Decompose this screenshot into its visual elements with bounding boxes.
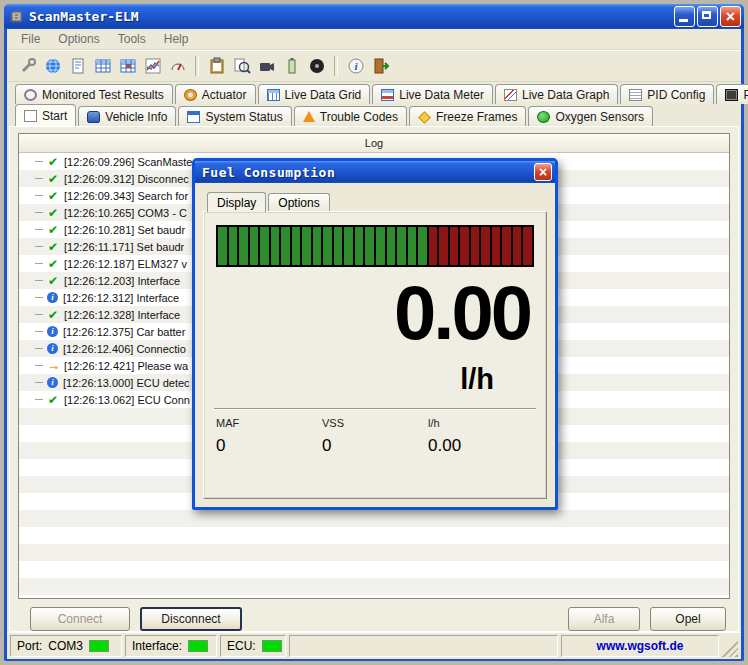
tab-trouble-codes[interactable]: Trouble Codes <box>294 106 407 126</box>
tab-label: Vehicle Info <box>105 110 167 124</box>
info-icon: i <box>47 343 58 354</box>
dialog-body: Display Options 0.00 l/h MAF 0 VSS 0 <box>195 183 555 507</box>
gauge-segment-red <box>439 227 448 265</box>
tab-display[interactable]: Display <box>207 192 266 212</box>
app-chip-icon <box>9 9 24 24</box>
gauge-segment-green <box>239 227 248 265</box>
port-value: COM3 <box>48 639 83 653</box>
tab-label: Live Data Meter <box>399 88 484 102</box>
tab-label: Live Data Graph <box>522 88 609 102</box>
menu-tools[interactable]: Tools <box>110 30 154 48</box>
readouts: MAF 0 VSS 0 l/h 0.00 <box>204 410 546 456</box>
close-button[interactable] <box>720 6 741 27</box>
tab-pid-config[interactable]: PID Config <box>620 84 714 104</box>
clipboard-icon[interactable] <box>204 54 229 79</box>
interface-label: Interface: <box>132 639 182 653</box>
config-doc-icon <box>629 89 642 101</box>
panel-icon <box>187 111 200 123</box>
search-icon[interactable] <box>229 54 254 79</box>
tab-system-status[interactable]: System Status <box>178 106 291 126</box>
tree-connector <box>35 178 43 179</box>
tab-label: Trouble Codes <box>320 110 398 124</box>
gauge-segment-red <box>460 227 469 265</box>
disconnect-button[interactable]: Disconnect <box>140 607 242 631</box>
gauge-icon[interactable] <box>165 54 190 79</box>
log-header-label: Log <box>365 137 383 149</box>
window-titlebar[interactable]: ScanMaster-ELM <box>4 4 744 29</box>
ecu-status-cell: ECU: <box>220 635 286 657</box>
tab-oxygen-sensors[interactable]: Oxygen Sensors <box>528 106 653 126</box>
tab-live-data-meter[interactable]: Live Data Meter <box>372 84 493 104</box>
tab-freeze-frames[interactable]: Freeze Frames <box>409 106 526 126</box>
fuel-consumption-dialog: Fuel Consumption Display Options 0.00 l/… <box>192 158 558 510</box>
exit-icon[interactable] <box>368 54 393 79</box>
info-icon[interactable]: i <box>343 54 368 79</box>
tab-actuator[interactable]: Actuator <box>175 84 256 104</box>
menu-help[interactable]: Help <box>156 30 197 48</box>
tab-options[interactable]: Options <box>268 193 329 211</box>
tab-monitored-test-results[interactable]: Monitored Test Results <box>15 84 173 104</box>
tab-start[interactable]: Start <box>15 104 76 126</box>
check-icon: ✔ <box>47 223 59 237</box>
dialog-close-button[interactable] <box>534 163 552 181</box>
freeze-icon <box>418 111 431 124</box>
check-icon: ✔ <box>47 308 59 322</box>
menu-file[interactable]: File <box>13 30 48 48</box>
tab-live-data-graph[interactable]: Live Data Graph <box>495 84 618 104</box>
document-icon[interactable] <box>65 54 90 79</box>
website-link[interactable]: www.wgsoft.de <box>597 639 684 653</box>
readout-label: MAF <box>216 417 322 429</box>
gauge-segment-green <box>313 227 322 265</box>
screen: ScanMaster-ELM File Options Tools Help <box>0 0 748 665</box>
connect-button[interactable]: Connect <box>30 607 130 631</box>
tab-label: PID Config <box>647 88 705 102</box>
maximize-button[interactable] <box>697 6 718 27</box>
readout-value: 0.00 <box>428 436 534 456</box>
readout-lh: l/h 0.00 <box>428 417 534 456</box>
dialog-tabs: Display Options <box>203 191 547 211</box>
gauge-segment-green <box>344 227 353 265</box>
tab-power[interactable]: Power <box>716 84 748 104</box>
tab-vehicle-info[interactable]: Vehicle Info <box>78 106 176 126</box>
tab-label: Freeze Frames <box>436 110 517 124</box>
fuel-unit: l/h <box>204 363 546 396</box>
log-entry-text: [12:26:12.203] Interface <box>64 275 180 287</box>
gear-icon <box>184 89 197 101</box>
data-graph-icon[interactable] <box>140 54 165 79</box>
data-meter-icon[interactable] <box>115 54 140 79</box>
ecu-label: ECU: <box>227 639 256 653</box>
minimize-button[interactable] <box>674 6 695 27</box>
log-entry-text: [12:26:13.000] ECU detec <box>63 377 190 389</box>
gauge-segment-green <box>281 227 290 265</box>
disc-icon[interactable] <box>304 54 329 79</box>
gauge-segment-green <box>365 227 374 265</box>
gauge-segment-green <box>323 227 332 265</box>
tab-label: Actuator <box>202 88 247 102</box>
battery-icon[interactable] <box>279 54 304 79</box>
toolbar-separator <box>195 56 199 76</box>
log-entry-text: [12:26:12.328] Interface <box>64 309 180 321</box>
dialog-title: Fuel Consumption <box>202 165 534 180</box>
clock-icon <box>24 89 37 101</box>
opel-button[interactable]: Opel <box>650 607 726 631</box>
tab-label: Oxygen Sensors <box>555 110 644 124</box>
log-entry-text: [12:26:09.312] Disconnec <box>64 173 189 185</box>
alfa-button[interactable]: Alfa <box>568 607 640 631</box>
globe-icon[interactable] <box>40 54 65 79</box>
menu-options[interactable]: Options <box>50 30 107 48</box>
gauge-segment-green <box>355 227 364 265</box>
tab-live-data-grid[interactable]: Live Data Grid <box>258 84 371 104</box>
tree-connector <box>35 365 43 366</box>
tab-row-top: Monitored Test Results Actuator Live Dat… <box>7 82 741 104</box>
resize-grip[interactable] <box>722 641 738 657</box>
dialog-titlebar[interactable]: Fuel Consumption <box>195 161 555 183</box>
camera-icon[interactable] <box>254 54 279 79</box>
data-grid-icon[interactable] <box>90 54 115 79</box>
wrench-icon[interactable] <box>15 54 40 79</box>
gauge-segment-green <box>408 227 417 265</box>
log-entry-text: [12:26:12.375] Car batter <box>63 326 185 338</box>
log-column-header[interactable]: Log <box>19 134 729 153</box>
readout-vss: VSS 0 <box>322 417 428 456</box>
log-entry-text: [12:26:12.187] ELM327 v <box>64 258 187 270</box>
gauge-segment-green <box>418 227 427 265</box>
